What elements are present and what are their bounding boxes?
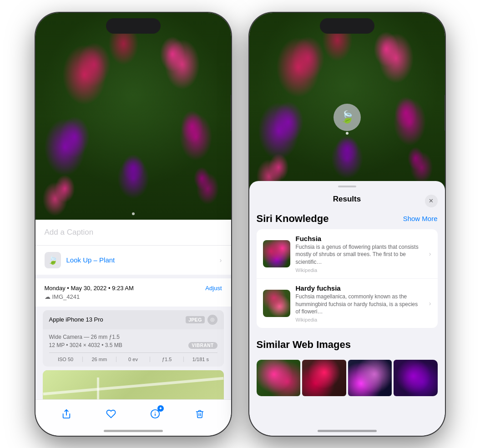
fuchsia-thumbnail [263, 240, 290, 267]
siri-lookup-button[interactable]: 🍃 [333, 104, 361, 131]
shutter-stat: 1/181 s [184, 357, 217, 362]
similar-title: Similar Web Images [257, 339, 351, 351]
lookup-label[interactable]: Look Up – Plant [66, 256, 115, 264]
hardy-desc: Fuchsia magellanica, commonly known as t… [296, 293, 424, 316]
photo-area-right[interactable]: 🍃 [249, 13, 445, 195]
meta-section: Monday • May 30, 2022 • 9:23 AM Adjust ☁… [35, 278, 231, 307]
results-panel: Results ✕ Siri Knowledge Show More [249, 181, 445, 436]
home-indicator-right [318, 430, 377, 432]
location-badge: ◎ [207, 315, 217, 325]
camera-section: Apple iPhone 13 Pro JPEG ◎ Wide Camera —… [43, 310, 224, 367]
similar-image-3[interactable] [348, 360, 392, 396]
style-badge: VIBRANT [188, 342, 217, 349]
fuchsia-desc: Fuchsia is a genus of flowering plants t… [296, 243, 424, 266]
similar-image-1[interactable] [257, 360, 301, 396]
leaf-siri-icon: 🍃 [340, 110, 354, 124]
iso-stat: ISO 50 [49, 357, 83, 362]
knowledge-item-fuchsia[interactable]: Fuchsia Fuchsia is a genus of flowering … [257, 229, 438, 279]
similar-images-row[interactable] [257, 360, 438, 396]
knowledge-item-hardy[interactable]: Hardy fuchsia Fuchsia magellanica, commo… [257, 279, 438, 328]
favorite-button[interactable] [103, 406, 119, 422]
fuchsia-source: Wikipedia [296, 267, 424, 273]
camera-name: Apple iPhone 13 Pro [49, 316, 103, 323]
hardy-thumbnail [263, 290, 290, 317]
format-badge: JPEG [186, 316, 204, 323]
lens-info: Wide Camera — 26 mm ƒ1.5 [49, 334, 217, 340]
aperture-stat: ƒ1.5 [150, 357, 184, 362]
results-title: Results [333, 195, 361, 204]
hardy-source: Wikipedia [296, 317, 424, 322]
similar-image-2[interactable] [302, 360, 346, 396]
photo-area-left[interactable] [35, 13, 231, 220]
hardy-info: Hardy fuchsia Fuchsia magellanica, commo… [296, 284, 424, 322]
chevron-right-icon: › [220, 257, 222, 264]
caption-placeholder[interactable]: Add a Caption [45, 228, 94, 237]
cloud-icon: ☁ [45, 293, 51, 300]
filename: IMG_4241 [52, 293, 80, 300]
fuchsia-info: Fuchsia Fuchsia is a genus of flowering … [296, 235, 424, 273]
scroll-content-left[interactable]: Add a Caption 🍃 Look Up – Plant › Monday [35, 220, 231, 399]
map-section[interactable] [43, 370, 224, 399]
focal-stat: 26 mm [83, 357, 116, 362]
siri-knowledge-title: Siri Knowledge [257, 213, 329, 225]
close-button[interactable]: ✕ [425, 195, 438, 207]
fuchsia-chevron-icon: › [429, 250, 431, 257]
lookup-section[interactable]: 🍃 Look Up – Plant › [35, 246, 231, 275]
adjust-button[interactable]: Adjust [205, 285, 222, 292]
siri-dot [346, 132, 349, 135]
delete-button[interactable] [192, 406, 207, 422]
fuchsia-name: Fuchsia [296, 235, 424, 242]
info-button[interactable]: ✦ [147, 406, 163, 422]
similar-section: Similar Web Images [257, 335, 438, 396]
mp-info: 12 MP • 3024 × 4032 • 3.5 MB [49, 342, 122, 348]
share-button[interactable] [59, 406, 74, 422]
dot-indicator [132, 212, 135, 215]
left-phone: Add a Caption 🍃 Look Up – Plant › Monday [35, 13, 231, 436]
knowledge-card[interactable]: Fuchsia Fuchsia is a genus of flowering … [257, 229, 438, 328]
show-more-button[interactable]: Show More [403, 215, 438, 222]
info-badge: ✦ [157, 405, 164, 412]
similar-image-4[interactable] [394, 360, 438, 396]
home-indicator [104, 430, 163, 432]
hardy-chevron-icon: › [429, 300, 431, 307]
hardy-name: Hardy fuchsia [296, 284, 424, 292]
ev-stat: 0 ev [116, 357, 150, 362]
meta-date: Monday • May 30, 2022 • 9:23 AM [45, 285, 134, 292]
lookup-icon: 🍃 [45, 252, 61, 268]
leaf-icon: 🍃 [48, 255, 58, 265]
results-content[interactable]: Siri Knowledge Show More Fuchsia Fuchsia… [249, 209, 445, 428]
right-phone: 🍃 Results ✕ Siri Knowledge Show More [249, 13, 445, 436]
drag-handle[interactable] [338, 186, 356, 187]
caption-area[interactable]: Add a Caption [35, 220, 231, 246]
